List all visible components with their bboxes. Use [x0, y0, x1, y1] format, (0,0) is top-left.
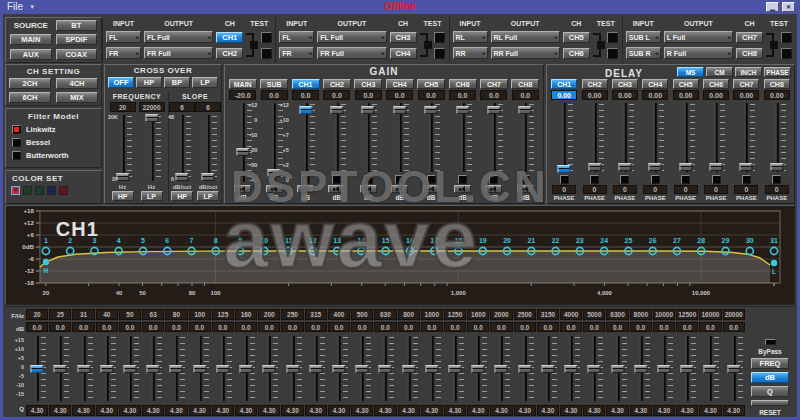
- mute-checkbox[interactable]: [489, 175, 498, 184]
- band-q-box[interactable]: 4.30: [189, 405, 211, 416]
- delay-tab-ch4[interactable]: CH4: [642, 79, 668, 89]
- delay-value-box[interactable]: 0.00: [764, 90, 790, 100]
- mute-checkbox[interactable]: [395, 175, 404, 184]
- phase-checkbox[interactable]: [772, 175, 781, 184]
- filter-model-checkbox[interactable]: [12, 138, 21, 147]
- delay-value-box[interactable]: 0.00: [703, 90, 729, 100]
- band-freq-box[interactable]: 500: [351, 309, 373, 320]
- phase-checkbox[interactable]: [560, 175, 569, 184]
- source-button-main[interactable]: MAIN: [10, 34, 52, 45]
- fader-handle[interactable]: [425, 106, 438, 114]
- phase-value-box[interactable]: 0: [734, 185, 758, 194]
- phase-checkbox[interactable]: [742, 175, 751, 184]
- fader-handle[interactable]: [611, 365, 624, 373]
- gain-value-box[interactable]: 0.0: [355, 90, 382, 100]
- input-select[interactable]: SUB L◂: [626, 31, 661, 43]
- color-swatch-5[interactable]: [59, 186, 68, 195]
- delay-value-box[interactable]: 0.00: [551, 90, 577, 100]
- band-freq-box[interactable]: 2500: [514, 309, 536, 320]
- fader-handle[interactable]: [77, 365, 90, 373]
- gain-value-box[interactable]: 0.0: [323, 90, 350, 100]
- color-swatch-2[interactable]: [23, 186, 32, 195]
- band-freq-box[interactable]: 2000: [490, 309, 512, 320]
- channel-button-ch3[interactable]: CH3: [390, 32, 417, 43]
- test-checkbox[interactable]: [434, 32, 445, 43]
- gain-value-box[interactable]: 0.0: [386, 90, 413, 100]
- channel-button-ch2[interactable]: CH2: [216, 48, 243, 59]
- crossover-value-box[interactable]: 22000: [139, 102, 165, 112]
- band-freq-box[interactable]: 100: [189, 309, 211, 320]
- crossover-mode-bp[interactable]: BP: [164, 77, 190, 88]
- output-select[interactable]: R Full◂: [664, 47, 733, 59]
- fader-handle[interactable]: [518, 365, 531, 373]
- band-freq-box[interactable]: 250: [281, 309, 303, 320]
- speaker-mute-button[interactable]: [391, 185, 408, 193]
- ch-setting-mix-button[interactable]: MIX: [56, 92, 98, 103]
- fader-handle[interactable]: [704, 365, 717, 373]
- fader-handle[interactable]: [356, 365, 369, 373]
- ch-setting-2ch-button[interactable]: 2CH: [9, 78, 51, 89]
- freq-mode-button[interactable]: FREQ: [751, 358, 789, 369]
- delay-tab-ch3[interactable]: CH3: [612, 79, 638, 89]
- input-select[interactable]: FR◂: [106, 47, 141, 59]
- fader-handle[interactable]: [54, 365, 67, 373]
- band-q-box[interactable]: 4.30: [258, 405, 280, 416]
- band-gain-box[interactable]: 0.0: [258, 322, 280, 332]
- fader-handle[interactable]: [487, 106, 500, 114]
- delay-value-box[interactable]: 0.00: [582, 90, 608, 100]
- delay-tab-ch1[interactable]: CH1: [551, 79, 577, 89]
- fader-handle[interactable]: [145, 114, 158, 122]
- band-freq-box[interactable]: 630: [374, 309, 396, 320]
- fader-handle[interactable]: [236, 148, 249, 156]
- speaker-mute-button[interactable]: [454, 185, 471, 193]
- fader-handle[interactable]: [740, 163, 753, 171]
- phase-checkbox[interactable]: [590, 175, 599, 184]
- band-freq-box[interactable]: 125: [212, 309, 234, 320]
- band-q-box[interactable]: 4.30: [351, 405, 373, 416]
- delay-tab-ch8[interactable]: CH8: [764, 79, 790, 89]
- band-freq-box[interactable]: 8000: [630, 309, 652, 320]
- band-freq-box[interactable]: 63: [142, 309, 164, 320]
- phase-checkbox[interactable]: [712, 175, 721, 184]
- phase-value-box[interactable]: 0: [765, 185, 789, 194]
- fader-handle[interactable]: [449, 365, 462, 373]
- band-gain-box[interactable]: 0.0: [398, 322, 420, 332]
- band-gain-box[interactable]: 0.0: [142, 322, 164, 332]
- channel-button-ch4[interactable]: CH4: [390, 48, 417, 59]
- band-freq-box[interactable]: 31: [72, 309, 94, 320]
- gain-tab-sub[interactable]: SUB: [260, 79, 288, 89]
- band-gain-box[interactable]: 0.0: [653, 322, 675, 332]
- fader-handle[interactable]: [379, 365, 392, 373]
- input-select[interactable]: SUB R◂: [626, 47, 661, 59]
- mute-checkbox[interactable]: [364, 175, 373, 184]
- filter-model-checkbox[interactable]: [12, 125, 21, 134]
- band-freq-box[interactable]: 16000: [699, 309, 721, 320]
- test-checkbox[interactable]: [607, 32, 618, 43]
- fader-handle[interactable]: [309, 365, 322, 373]
- db-mode-button[interactable]: dB: [751, 372, 789, 383]
- delay-tab-ch5[interactable]: CH5: [673, 79, 699, 89]
- band-q-box[interactable]: 4.30: [165, 405, 187, 416]
- phase-value-box[interactable]: 0: [552, 185, 576, 194]
- delay-unit-phase[interactable]: PHASE: [764, 67, 791, 77]
- band-gain-box[interactable]: 0.0: [537, 322, 559, 332]
- gain-tab-ch2[interactable]: CH2: [323, 79, 351, 89]
- test-checkbox[interactable]: [261, 48, 272, 59]
- fader-handle[interactable]: [519, 106, 532, 114]
- band-q-box[interactable]: 4.30: [606, 405, 628, 416]
- band-gain-box[interactable]: 0.0: [351, 322, 373, 332]
- band-freq-box[interactable]: 20000: [723, 309, 745, 320]
- fader-handle[interactable]: [618, 163, 631, 171]
- delay-unit-inch[interactable]: INCH: [735, 67, 762, 77]
- fader-handle[interactable]: [402, 365, 415, 373]
- output-select[interactable]: FL Full◂: [317, 31, 386, 43]
- input-select[interactable]: FL◂: [106, 31, 141, 43]
- fader-handle[interactable]: [588, 365, 601, 373]
- band-gain-box[interactable]: 0.0: [26, 322, 48, 332]
- band-q-box[interactable]: 4.30: [699, 405, 721, 416]
- delay-tab-ch6[interactable]: CH6: [703, 79, 729, 89]
- channel-button-ch1[interactable]: CH1: [216, 32, 243, 43]
- fader-handle[interactable]: [123, 365, 136, 373]
- gain-tab-ch4[interactable]: CH4: [386, 79, 414, 89]
- fader-handle[interactable]: [240, 365, 253, 373]
